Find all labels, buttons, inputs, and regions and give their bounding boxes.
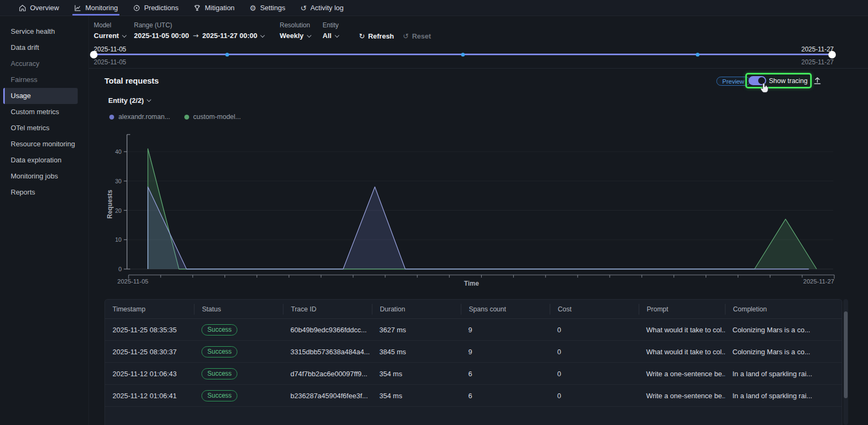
range-label: Range (UTC) bbox=[134, 21, 280, 29]
model-filter: Model Current bbox=[94, 21, 134, 40]
reset-label: Reset bbox=[412, 32, 431, 40]
home-icon bbox=[19, 4, 26, 12]
nav-mitigation[interactable]: Mitigation bbox=[193, 0, 235, 16]
svg-text:20: 20 bbox=[115, 207, 122, 214]
cell-cost: 0 bbox=[550, 392, 639, 400]
sidebar-item-usage[interactable]: Usage bbox=[3, 88, 78, 104]
slider-track[interactable] bbox=[94, 54, 832, 55]
entity-label: Entity bbox=[323, 21, 359, 29]
nav-overview-label: Overview bbox=[30, 4, 59, 12]
slider-end-sublabel: 2025-11-27 bbox=[802, 58, 834, 66]
chevron-down-icon bbox=[334, 33, 339, 37]
cell-prompt: What would it take to col... bbox=[639, 326, 725, 334]
entity-filter-label: Entity (2/2) bbox=[108, 96, 144, 105]
col-spans-count[interactable]: Spans count bbox=[461, 304, 550, 315]
col-cost[interactable]: Cost bbox=[550, 304, 639, 315]
nav-settings[interactable]: ⚙ Settings bbox=[250, 0, 286, 16]
sidebar-item-resource-monitoring[interactable]: Resource monitoring bbox=[0, 136, 88, 152]
nav-overview[interactable]: Overview bbox=[19, 0, 59, 16]
nav-activity-log[interactable]: ↺ Activity log bbox=[300, 0, 343, 16]
chevron-down-icon bbox=[147, 98, 151, 102]
cell-prompt: Write a one-sentence be... bbox=[639, 370, 725, 378]
cell-status: Success bbox=[194, 346, 283, 357]
table-row[interactable]: 2025-11-25 08:35:35 Success 60b49b9edc93… bbox=[105, 319, 842, 341]
legend-dot-blue bbox=[109, 115, 114, 120]
col-duration[interactable]: Duration bbox=[372, 304, 461, 315]
cell-trace-id: d74f7bb2ac6e00097ff9... bbox=[283, 370, 372, 378]
resolution-value: Weekly bbox=[280, 32, 304, 40]
sidebar-item-custom-metrics[interactable]: Custom metrics bbox=[0, 104, 88, 120]
col-prompt[interactable]: Prompt bbox=[639, 304, 725, 315]
slider-start-sublabel: 2025-11-05 bbox=[94, 58, 126, 66]
reset-button[interactable]: ↺ Reset bbox=[403, 32, 431, 40]
cell-spans-count: 9 bbox=[461, 348, 550, 356]
cell-completion: In a land of sparkling rai... bbox=[725, 370, 842, 378]
cell-duration: 354 ms bbox=[372, 392, 461, 400]
range-select[interactable]: 2025-11-05 00:00 → 2025-11-27 00:00 bbox=[134, 32, 280, 40]
table-row[interactable]: 2025-11-12 01:06:41 Success b236287a4590… bbox=[105, 385, 842, 407]
sidebar-item-service-health[interactable]: Service health bbox=[0, 24, 88, 40]
status-badge: Success bbox=[201, 368, 237, 379]
sidebar-item-data-drift[interactable]: Data drift bbox=[0, 40, 88, 56]
show-tracing-highlight: Show tracing bbox=[745, 73, 812, 88]
cell-completion: In a land of sparkling rai... bbox=[725, 392, 842, 400]
slider-step-dot[interactable] bbox=[696, 53, 700, 56]
show-tracing-label: Show tracing bbox=[769, 77, 807, 85]
chevron-down-icon bbox=[122, 33, 126, 37]
cell-cost: 0 bbox=[550, 326, 639, 334]
slider-step-dot[interactable] bbox=[461, 53, 465, 56]
refresh-icon: ↻ bbox=[359, 33, 365, 40]
model-value: Current bbox=[94, 32, 119, 40]
slider-start-label: 2025-11-05 bbox=[94, 46, 126, 53]
slider-step-dot[interactable] bbox=[226, 53, 229, 56]
table-scrollbar[interactable] bbox=[843, 299, 848, 425]
entity-select[interactable]: All bbox=[323, 32, 359, 40]
arrow-right-icon: → bbox=[193, 32, 199, 40]
reset-icon: ↺ bbox=[403, 33, 409, 40]
svg-text:0: 0 bbox=[118, 266, 122, 272]
sidebar-item-otel-metrics[interactable]: OTel metrics bbox=[0, 120, 88, 136]
table-row[interactable]: 2025-11-25 08:30:37 Success 3315dbb57363… bbox=[105, 341, 842, 363]
legend-item-custom-model[interactable]: custom-model... bbox=[184, 113, 241, 121]
scrollbar-thumb[interactable] bbox=[844, 311, 848, 398]
cell-spans-count: 6 bbox=[461, 392, 550, 400]
nav-monitoring[interactable]: Monitoring bbox=[74, 0, 118, 16]
col-trace-id[interactable]: Trace ID bbox=[283, 304, 372, 315]
gear-icon: ⚙ bbox=[250, 4, 257, 12]
resolution-select[interactable]: Weekly bbox=[280, 32, 323, 40]
col-completion[interactable]: Completion bbox=[725, 304, 842, 315]
legend-item-alexandr[interactable]: alexandr.roman... bbox=[109, 113, 170, 121]
cell-completion: Colonizing Mars is a co... bbox=[725, 326, 842, 334]
cell-trace-id: b236287a45904f6fee3f... bbox=[283, 392, 372, 400]
nav-mitigation-label: Mitigation bbox=[205, 4, 235, 12]
model-select[interactable]: Current bbox=[94, 32, 134, 40]
slider-handle-start[interactable] bbox=[90, 51, 98, 58]
range-end-value: 2025-11-27 00:00 bbox=[203, 32, 258, 40]
sidebar-item-accuracy[interactable]: Accuracy bbox=[0, 56, 88, 72]
cell-prompt: Write a one-sentence be... bbox=[639, 392, 725, 400]
refresh-button[interactable]: ↻ Refresh bbox=[359, 32, 403, 40]
table-row[interactable]: 2025-11-12 01:06:43 Success d74f7bb2ac6e… bbox=[105, 363, 842, 385]
status-badge: Success bbox=[201, 390, 237, 401]
nav-settings-label: Settings bbox=[260, 4, 285, 12]
toggle-knob bbox=[758, 77, 765, 84]
cell-trace-id: 60b49b9edc9366fddcc... bbox=[283, 326, 372, 334]
sidebar-item-reports[interactable]: Reports bbox=[0, 184, 88, 200]
export-icon[interactable] bbox=[813, 76, 822, 85]
sidebar-item-data-exploration[interactable]: Data exploration bbox=[0, 152, 88, 168]
legend-label: custom-model... bbox=[193, 113, 241, 121]
chevron-down-icon bbox=[306, 33, 311, 37]
sidebar-item-monitoring-jobs[interactable]: Monitoring jobs bbox=[0, 168, 88, 184]
sidebar-item-fairness[interactable]: Fairness bbox=[0, 72, 88, 88]
model-label: Model bbox=[94, 21, 134, 29]
col-status[interactable]: Status bbox=[194, 304, 283, 315]
entity-filter-dropdown[interactable]: Entity (2/2) bbox=[108, 96, 151, 105]
nav-predictions[interactable]: Predictions bbox=[133, 0, 178, 16]
slider-handle-end[interactable] bbox=[828, 51, 836, 58]
show-tracing-toggle[interactable] bbox=[749, 76, 766, 85]
nav-monitoring-label: Monitoring bbox=[85, 4, 118, 12]
col-timestamp[interactable]: Timestamp bbox=[105, 304, 194, 315]
svg-text:Requests: Requests bbox=[106, 190, 114, 219]
svg-text:30: 30 bbox=[115, 178, 122, 184]
section-divider bbox=[89, 68, 868, 69]
